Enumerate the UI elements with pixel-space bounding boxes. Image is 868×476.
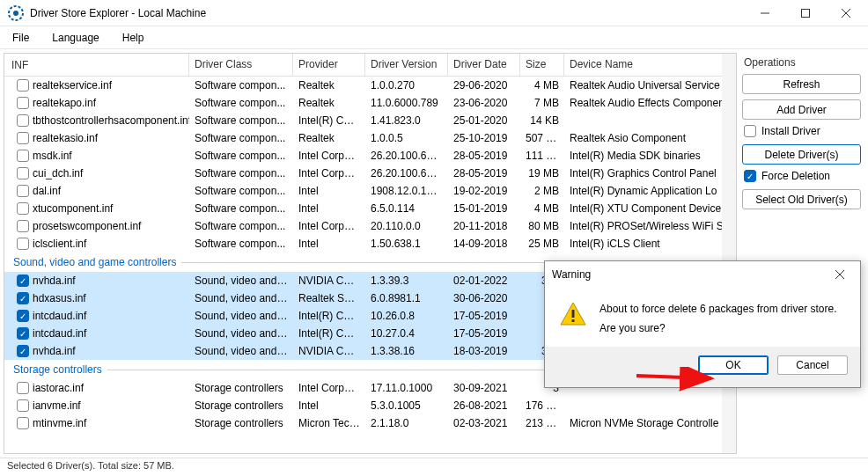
row-checkbox[interactable]	[17, 132, 29, 144]
row-checkbox[interactable]	[17, 202, 29, 215]
cell-class: Sound, video and ...	[189, 308, 293, 324]
operations-title: Operations	[742, 55, 861, 74]
svg-point-1	[13, 11, 18, 16]
cell-date: 17-05-2019	[448, 326, 520, 341]
vertical-scrollbar[interactable]	[722, 54, 736, 453]
cell-date: 30-09-2021	[448, 380, 520, 396]
cell-class: Software compon...	[189, 95, 293, 111]
dialog-cancel-button[interactable]: Cancel	[777, 355, 848, 375]
col-inf[interactable]: INF	[4, 54, 189, 76]
svg-rect-3	[802, 9, 810, 17]
cell-provider: Realtek	[293, 95, 365, 111]
table-row[interactable]: xtucomponent.infSoftware compon...Intel6…	[4, 200, 736, 217]
menu-language[interactable]: Language	[47, 30, 104, 46]
cell-inf: realtekasio.inf	[33, 132, 98, 144]
table-row[interactable]: realtekasio.infSoftware compon...Realtek…	[4, 129, 736, 147]
row-checkbox[interactable]	[17, 220, 29, 232]
cell-size: 507 KB	[520, 130, 564, 146]
table-row[interactable]: realtekapo.infSoftware compon...Realtek1…	[4, 94, 736, 112]
cell-class: Software compon...	[189, 165, 293, 181]
cell-date: 14-09-2018	[448, 236, 520, 252]
cell-date: 29-06-2020	[448, 77, 520, 93]
cell-version: 1.0.0.270	[365, 77, 448, 93]
cell-class: Software compon...	[189, 218, 293, 234]
row-checkbox[interactable]	[17, 79, 29, 92]
cell-provider: Micron Tech...	[293, 415, 365, 431]
row-checkbox[interactable]	[17, 185, 29, 197]
col-date[interactable]: Driver Date	[448, 54, 520, 76]
table-row[interactable]: tbthostcontrollerhsacomponent.infSoftwar…	[4, 112, 736, 129]
row-checkbox[interactable]: ✓	[17, 292, 29, 304]
delete-drivers-button[interactable]: Delete Driver(s)	[742, 144, 861, 165]
table-row[interactable]: realtekservice.infSoftware compon...Real…	[4, 77, 736, 94]
cell-provider: Intel	[293, 236, 365, 252]
row-checkbox[interactable]	[17, 238, 29, 250]
cell-version: 6.0.8981.1	[365, 290, 448, 306]
svg-rect-9	[572, 319, 575, 322]
cell-version: 20.110.0.0	[365, 218, 448, 234]
cell-version: 26.20.100.6911	[365, 165, 448, 181]
table-row[interactable]: dal.infSoftware compon...Intel1908.12.0.…	[4, 182, 736, 200]
table-row[interactable]: mtinvme.infStorage controllersMicron Tec…	[4, 414, 736, 432]
cell-device: Micron NVMe Storage Controlle	[564, 415, 736, 431]
cell-size: 80 MB	[520, 218, 564, 234]
install-driver-checkbox[interactable]: Install Driver	[744, 125, 861, 137]
cell-class: Storage controllers	[189, 398, 293, 414]
col-device[interactable]: Device Name	[564, 54, 736, 76]
checkbox-icon	[744, 125, 756, 137]
cell-device: Intel(R) Graphics Control Panel	[564, 165, 736, 181]
table-row[interactable]: prosetswcomponent.infSoftware compon...I…	[4, 217, 736, 235]
checkbox-icon: ✓	[744, 170, 756, 182]
close-button[interactable]	[826, 0, 866, 26]
cell-provider: Intel Corpora...	[293, 218, 365, 234]
row-checkbox[interactable]: ✓	[17, 310, 29, 322]
row-checkbox[interactable]	[17, 114, 29, 127]
cell-class: Software compon...	[189, 236, 293, 252]
row-checkbox[interactable]	[17, 167, 29, 179]
cell-version: 5.3.0.1005	[365, 398, 448, 414]
cell-provider: Intel(R) Corp...	[293, 308, 365, 324]
refresh-button[interactable]: Refresh	[742, 74, 861, 94]
cell-date: 25-01-2020	[448, 113, 520, 128]
menubar: File Language Help	[0, 26, 868, 49]
col-size[interactable]: Size	[520, 54, 564, 76]
cell-date: 15-01-2019	[448, 201, 520, 216]
row-checkbox[interactable]: ✓	[17, 275, 29, 287]
cell-version: 1.3.38.16	[365, 343, 448, 359]
cell-inf: intcdaud.inf	[33, 310, 86, 322]
table-row[interactable]: ianvme.infStorage controllersIntel5.3.0.…	[4, 397, 736, 414]
force-deletion-checkbox[interactable]: ✓ Force Deletion	[744, 170, 861, 182]
menu-help[interactable]: Help	[117, 30, 150, 46]
row-checkbox[interactable]	[17, 399, 29, 412]
row-checkbox[interactable]	[17, 97, 29, 109]
warning-dialog: Warning About to force delete 6 packages…	[544, 260, 861, 388]
driver-table: INF Driver Class Provider Driver Version…	[4, 53, 737, 454]
table-row[interactable]: cui_dch.infSoftware compon...Intel Corpo…	[4, 165, 736, 182]
row-checkbox[interactable]	[17, 382, 29, 394]
table-row[interactable]: iclsclient.infSoftware compon...Intel1.5…	[4, 235, 736, 253]
table-row[interactable]: msdk.infSoftware compon...Intel Corpora.…	[4, 147, 736, 165]
row-checkbox[interactable]	[17, 150, 29, 162]
cell-device: Intel(R) PROSet/Wireless WiFi So	[564, 218, 736, 234]
cell-class: Sound, video and ...	[189, 290, 293, 306]
dialog-ok-button[interactable]: OK	[698, 355, 769, 375]
row-checkbox[interactable]	[17, 417, 29, 429]
col-provider[interactable]: Provider	[293, 54, 365, 76]
dialog-close-button[interactable]	[827, 267, 853, 282]
cell-date: 28-05-2019	[448, 148, 520, 164]
col-version[interactable]: Driver Version	[365, 54, 448, 76]
add-driver-button[interactable]: Add Driver	[742, 99, 861, 120]
select-old-drivers-button[interactable]: Select Old Driver(s)	[742, 189, 861, 209]
cell-class: Sound, video and ...	[189, 273, 293, 289]
cell-inf: hdxasus.inf	[33, 292, 86, 304]
statusbar: Selected 6 Driver(s). Total size: 57 MB.	[0, 458, 868, 475]
minimize-button[interactable]	[745, 0, 785, 26]
row-checkbox[interactable]: ✓	[17, 327, 29, 340]
row-checkbox[interactable]: ✓	[17, 345, 29, 357]
maximize-button[interactable]	[785, 0, 826, 26]
cell-size: 2 MB	[520, 183, 564, 199]
col-class[interactable]: Driver Class	[189, 54, 293, 76]
menu-file[interactable]: File	[7, 30, 34, 46]
cell-version: 26.20.100.6911	[365, 148, 448, 164]
cell-class: Software compon...	[189, 130, 293, 146]
